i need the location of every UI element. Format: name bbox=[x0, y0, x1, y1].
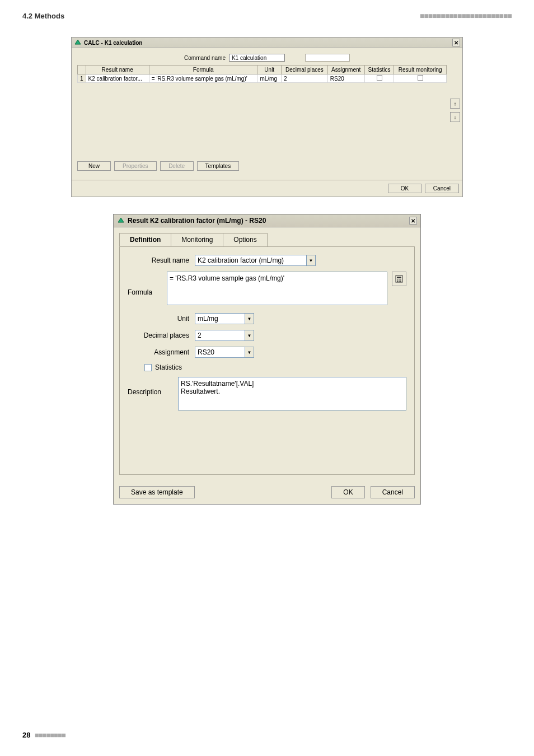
svg-rect-1 bbox=[397, 277, 401, 278]
statistics-label: Statistics bbox=[155, 363, 182, 371]
tab-monitoring[interactable]: Monitoring bbox=[171, 233, 223, 246]
svg-point-5 bbox=[397, 281, 398, 282]
svg-point-4 bbox=[400, 279, 401, 281]
blank-tab bbox=[305, 54, 350, 62]
cell-assignment: RS20 bbox=[327, 74, 364, 83]
page-number: 28 bbox=[22, 731, 30, 739]
result-name-input[interactable] bbox=[195, 255, 307, 266]
result-dialog: Result K2 calibration factor (mL/mg) - R… bbox=[113, 214, 421, 505]
result-name-label: Result name bbox=[128, 256, 195, 264]
col-monitoring[interactable]: Result monitoring bbox=[394, 66, 447, 74]
svg-point-6 bbox=[399, 281, 400, 282]
assignment-input[interactable] bbox=[195, 347, 245, 358]
cancel-button[interactable]: Cancel bbox=[425, 184, 459, 193]
calculator-icon[interactable] bbox=[392, 272, 406, 286]
unit-input[interactable] bbox=[195, 313, 245, 324]
footer-ticks: ■■■■■■■■ bbox=[35, 731, 65, 739]
col-formula[interactable]: Formula bbox=[149, 66, 257, 74]
save-template-button[interactable]: Save as template bbox=[119, 486, 195, 498]
chevron-down-icon[interactable]: ▼ bbox=[245, 347, 254, 358]
col-assignment[interactable]: Assignment bbox=[327, 66, 364, 74]
col-statistics[interactable]: Statistics bbox=[364, 66, 394, 74]
results-table: Result name Formula Unit Decimal places … bbox=[77, 65, 447, 83]
move-down-icon[interactable]: ↓ bbox=[450, 112, 460, 122]
delete-button[interactable]: Delete bbox=[160, 161, 194, 171]
cell-unit: mL/mg bbox=[257, 74, 282, 83]
col-unit[interactable]: Unit bbox=[257, 66, 282, 74]
chevron-down-icon[interactable]: ▼ bbox=[245, 330, 254, 341]
templates-button[interactable]: Templates bbox=[197, 161, 240, 171]
chevron-down-icon[interactable]: ▼ bbox=[245, 313, 254, 324]
move-up-icon[interactable]: ↑ bbox=[450, 99, 460, 109]
dialog-title: CALC - K1 calculation bbox=[84, 40, 142, 46]
app-logo-icon bbox=[74, 39, 82, 46]
formula-input[interactable]: = 'RS.R3 volume sample gas (mL/mg)' bbox=[167, 272, 387, 305]
command-name-label: Command name bbox=[184, 55, 226, 61]
decimals-label: Decimal places bbox=[128, 332, 195, 339]
formula-label: Formula bbox=[128, 272, 167, 296]
unit-label: Unit bbox=[128, 315, 195, 323]
description-label: Description bbox=[128, 377, 178, 396]
decimals-input[interactable] bbox=[195, 330, 245, 341]
statistics-checkbox[interactable] bbox=[144, 364, 152, 371]
command-name-input[interactable] bbox=[229, 54, 285, 62]
tab-options[interactable]: Options bbox=[223, 233, 267, 246]
section-header: 4.2 Methods bbox=[22, 12, 64, 20]
close-icon[interactable]: ✕ bbox=[409, 217, 417, 225]
tab-definition[interactable]: Definition bbox=[119, 233, 171, 246]
header-ticks: ■■■■■■■■■■■■■■■■■■■■■■ bbox=[420, 11, 512, 20]
properties-button[interactable]: Properties bbox=[114, 161, 157, 171]
ok-button[interactable]: OK bbox=[331, 486, 364, 498]
col-result-name[interactable]: Result name bbox=[86, 66, 149, 74]
new-button[interactable]: New bbox=[77, 161, 111, 171]
svg-point-3 bbox=[399, 279, 400, 281]
close-icon[interactable]: ✕ bbox=[452, 39, 460, 46]
cell-result-name: K2 calibration factor... bbox=[86, 74, 149, 83]
cell-decimals: 2 bbox=[282, 74, 328, 83]
cell-statistics bbox=[364, 74, 394, 83]
cell-monitoring bbox=[394, 74, 447, 83]
dialog-title: Result K2 calibration factor (mL/mg) - R… bbox=[128, 217, 266, 225]
app-logo-icon bbox=[117, 217, 125, 225]
ok-button[interactable]: OK bbox=[388, 184, 421, 193]
table-row[interactable]: 1 K2 calibration factor... = 'RS.R3 volu… bbox=[78, 74, 447, 83]
svg-point-2 bbox=[397, 279, 398, 281]
description-input[interactable]: RS.'Resultatname'[.VAL] Resultatwert. bbox=[178, 377, 406, 410]
assignment-label: Assignment bbox=[128, 348, 195, 356]
row-index: 1 bbox=[78, 74, 86, 83]
cancel-button[interactable]: Cancel bbox=[371, 486, 415, 498]
chevron-down-icon[interactable]: ▼ bbox=[307, 255, 316, 266]
cell-formula: = 'RS.R3 volume sample gas (mL/mg)' bbox=[149, 74, 257, 83]
svg-point-7 bbox=[400, 281, 401, 282]
calc-dialog: CALC - K1 calculation ✕ Command name Res… bbox=[71, 37, 463, 197]
col-decimals[interactable]: Decimal places bbox=[282, 66, 328, 74]
